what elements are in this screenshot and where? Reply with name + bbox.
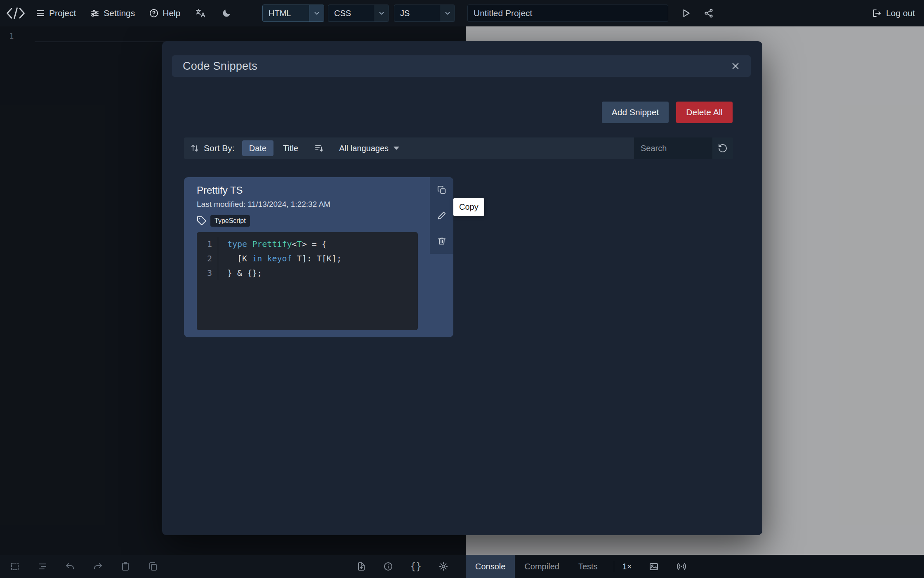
chevron-down-icon[interactable]	[374, 5, 389, 21]
project-name-input[interactable]	[467, 5, 668, 22]
screenshot-image-icon[interactable]	[649, 561, 659, 571]
sort-by-label: Sort By:	[204, 143, 235, 153]
redo-icon[interactable]	[93, 561, 103, 571]
snippet-code-block: 1type Prettify<T> = {2 [K in keyof T]: T…	[197, 232, 418, 330]
sort-order-icon[interactable]	[310, 140, 328, 157]
format-code-icon[interactable]	[38, 561, 47, 571]
braces-icon[interactable]: {}	[410, 562, 422, 571]
copy-icon[interactable]	[430, 177, 453, 203]
close-icon[interactable]	[731, 62, 740, 71]
chevron-down-icon[interactable]	[440, 5, 455, 21]
export-file-icon[interactable]	[356, 561, 366, 571]
search-input[interactable]	[634, 137, 712, 159]
translate-icon[interactable]	[195, 8, 206, 18]
hamburger-icon	[35, 8, 45, 18]
top-bar: Project Settings Help HTML	[0, 0, 924, 26]
snippet-card-body: Prettify TS Last modified: 11/13/2024, 1…	[184, 177, 453, 330]
language-filter-dropdown[interactable]: All languages	[333, 140, 405, 157]
edit-pencil-icon[interactable]	[430, 203, 453, 228]
help-menu[interactable]: Help	[149, 8, 180, 18]
share-icon[interactable]	[704, 8, 714, 18]
code-line: 2 [K in keyof T]: T[K];	[197, 251, 418, 266]
delete-all-button[interactable]: Delete All	[676, 102, 733, 123]
html-pane-select[interactable]: HTML	[262, 5, 324, 22]
bottom-left-tools	[10, 561, 158, 571]
selection-tool-icon[interactable]	[10, 561, 20, 571]
zoom-level[interactable]: 1×	[622, 562, 632, 571]
undo-icon[interactable]	[65, 561, 75, 571]
logout-icon	[872, 8, 882, 18]
settings-menu[interactable]: Settings	[90, 8, 135, 18]
copy-tooltip: Copy	[453, 198, 484, 216]
refresh-icon[interactable]	[712, 137, 733, 159]
css-pane-select[interactable]: CSS	[328, 5, 389, 22]
dark-mode-moon-icon[interactable]	[222, 8, 231, 18]
snippet-tags-row: TypeScript	[197, 215, 453, 227]
language-filter-label: All languages	[339, 144, 389, 153]
sort-date-button[interactable]: Date	[242, 140, 273, 156]
snippet-action-toolbar	[430, 177, 453, 254]
js-pane-select[interactable]: JS	[394, 5, 455, 22]
duplicate-file-icon[interactable]	[148, 561, 158, 571]
info-icon[interactable]	[383, 561, 393, 571]
tag-icon	[197, 216, 207, 226]
code-line: 3} & {};	[197, 266, 418, 280]
sliders-icon	[90, 8, 100, 18]
clipboard-icon[interactable]	[120, 561, 130, 571]
tab-tests[interactable]: Tests	[569, 555, 607, 578]
help-circle-icon	[149, 8, 159, 18]
sort-arrows-icon	[190, 143, 200, 153]
logout-button[interactable]: Log out	[872, 0, 915, 26]
bottom-center-tools: {}	[356, 561, 448, 571]
bottom-right-panel: Console Compiled Tests 1×	[466, 555, 924, 578]
tab-compiled[interactable]: Compiled	[515, 555, 568, 578]
project-menu-label: Project	[49, 8, 76, 18]
css-pane-label: CSS	[328, 5, 374, 21]
help-menu-label: Help	[163, 8, 180, 18]
modal-title: Code Snippets	[183, 60, 257, 73]
tab-console[interactable]: Console	[466, 555, 515, 578]
broadcast-record-icon[interactable]	[676, 561, 687, 571]
app-logo-icon	[5, 6, 26, 20]
chevron-down-icon	[394, 146, 399, 150]
html-pane-label: HTML	[263, 5, 309, 21]
snippet-title: Prettify TS	[197, 185, 453, 196]
logout-label: Log out	[886, 8, 915, 18]
modal-header: Code Snippets	[172, 55, 751, 77]
sort-filter-bar: Sort By: Date Title All languages	[184, 137, 733, 159]
gear-icon[interactable]	[438, 561, 448, 571]
language-badge: TypeScript	[210, 215, 250, 227]
bottom-bar: {} Console Compiled Tests 1×	[0, 555, 924, 578]
settings-menu-label: Settings	[104, 8, 135, 18]
add-snippet-button[interactable]: Add Snippet	[602, 102, 669, 123]
js-pane-label: JS	[394, 5, 440, 21]
code-snippets-modal: Code Snippets Add Snippet Delete All Sor…	[162, 41, 762, 535]
project-menu[interactable]: Project	[35, 8, 76, 18]
run-play-icon[interactable]	[681, 8, 691, 19]
snippet-card[interactable]: Prettify TS Last modified: 11/13/2024, 1…	[184, 177, 453, 337]
trash-icon[interactable]	[430, 228, 453, 254]
code-line: 1type Prettify<T> = {	[197, 237, 418, 251]
snippet-last-modified: Last modified: 11/13/2024, 1:22:32 AM	[197, 200, 453, 209]
tab-divider	[614, 561, 614, 572]
modal-actions: Add Snippet Delete All	[602, 102, 733, 123]
chevron-down-icon[interactable]	[309, 5, 324, 21]
sort-title-button[interactable]: Title	[276, 140, 305, 156]
